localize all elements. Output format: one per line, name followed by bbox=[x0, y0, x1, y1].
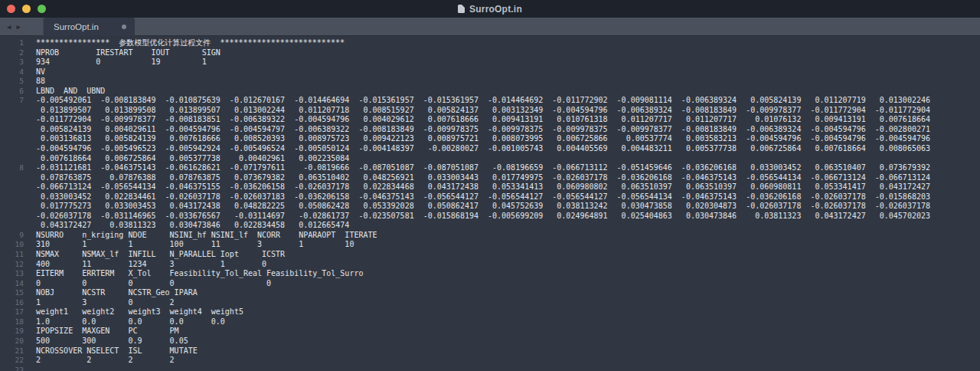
code-text: 1.0 0.0 0.0 0.0 0.0 bbox=[24, 317, 225, 327]
back-icon[interactable]: ◀ bbox=[7, 24, 11, 31]
code-text: 400 11 1234 3 1 0 bbox=[24, 260, 266, 270]
code-text: 0.013899507 0.013899508 0.013899507 0.01… bbox=[24, 106, 930, 116]
code-editor[interactable]: 1**************** 参数模型优化计算过程文件 *********… bbox=[0, 36, 980, 371]
code-line[interactable]: 0.033003452 0.022834461 -0.026037178 -0.… bbox=[0, 192, 980, 202]
line-number bbox=[0, 115, 24, 125]
code-line[interactable]: -0.011772904 -0.009978377 -0.008183851 -… bbox=[0, 115, 980, 125]
line-number bbox=[0, 154, 24, 164]
document-icon bbox=[458, 5, 465, 13]
code-line[interactable]: 19IPOPSIZE MAXGEN PC PM bbox=[0, 327, 980, 337]
code-line[interactable]: -0.004594796 -0.005496523 -0.005942924 -… bbox=[0, 144, 980, 154]
code-line[interactable]: 0.043172427 0.03811323 0.030473846 0.022… bbox=[0, 221, 980, 231]
code-text: NCROSSOVER NSELECT ISL MUTATE bbox=[24, 346, 198, 356]
code-line[interactable]: 222 2 2 2 bbox=[0, 356, 980, 366]
code-line[interactable]: 2NPROB IRESTART IOUT SIGN bbox=[0, 48, 980, 58]
code-text: 0.007618664 0.006725864 0.005377738 0.00… bbox=[24, 154, 349, 164]
line-number: 6 bbox=[0, 87, 24, 97]
line-number bbox=[0, 173, 24, 183]
code-text: 0.033003452 0.022834461 -0.026037178 -0.… bbox=[24, 192, 930, 202]
code-line[interactable]: 20500 300 0.9 0.05 bbox=[0, 337, 980, 346]
tab-surroopt[interactable]: SurroOpt.in bbox=[44, 18, 135, 36]
code-line[interactable]: 4NV bbox=[0, 67, 980, 77]
code-text: 0.078763875 0.07876388 0.078763875 0.073… bbox=[24, 173, 930, 183]
code-line[interactable]: 0.013899507 0.013899508 0.013899507 0.01… bbox=[0, 106, 980, 116]
code-line[interactable]: 8-0.031121681 -0.046375143 -0.061628621 … bbox=[0, 163, 980, 173]
code-line[interactable]: 0.003136813 0.005824139 0.007618666 0.00… bbox=[0, 134, 980, 144]
line-number: 8 bbox=[0, 163, 24, 173]
close-button[interactable] bbox=[7, 5, 15, 13]
modified-indicator-icon bbox=[122, 25, 126, 29]
line-number: 10 bbox=[0, 240, 24, 250]
line-number: 9 bbox=[0, 231, 24, 241]
code-line[interactable]: -0.026037178 -0.031146965 -0.033676567 -… bbox=[0, 212, 980, 222]
code-text bbox=[24, 366, 36, 371]
line-number: 4 bbox=[0, 67, 24, 77]
code-line[interactable]: 12400 11 1234 3 1 0 bbox=[0, 260, 980, 270]
line-number bbox=[0, 134, 24, 144]
code-text: -0.066713124 -0.056544134 -0.046375155 -… bbox=[24, 182, 930, 192]
line-number bbox=[0, 192, 24, 202]
line-number: 14 bbox=[0, 279, 24, 289]
code-text: NSURRO n_kriging NDOE NSINI_hf NSINI_lf … bbox=[24, 231, 377, 241]
code-line[interactable]: 1**************** 参数模型优化计算过程文件 *********… bbox=[0, 38, 980, 48]
line-number: 15 bbox=[0, 288, 24, 298]
code-text: 0.043172427 0.03811323 0.030473846 0.022… bbox=[24, 221, 349, 231]
titlebar: SurroOpt.in bbox=[0, 0, 980, 18]
line-number: 7 bbox=[0, 96, 24, 106]
line-number: 16 bbox=[0, 298, 24, 308]
code-line[interactable]: 0.078763875 0.07876388 0.078763875 0.073… bbox=[0, 173, 980, 183]
code-line[interactable]: 23 bbox=[0, 366, 980, 371]
window-controls bbox=[0, 5, 46, 13]
code-line[interactable]: 6LBND AND UBND bbox=[0, 87, 980, 97]
tab-bar: ◀ ▶ SurroOpt.in bbox=[0, 18, 980, 36]
code-line[interactable]: 7-0.005492061 -0.008183849 -0.010875639 … bbox=[0, 96, 980, 106]
line-number: 22 bbox=[0, 356, 24, 366]
code-text: NPROB IRESTART IOUT SIGN bbox=[24, 48, 220, 58]
code-text: 0.005824139 0.004029611 -0.004594796 -0.… bbox=[24, 125, 930, 135]
code-text: NV bbox=[24, 67, 45, 77]
code-line[interactable]: 0.007618664 0.006725864 0.005377738 0.00… bbox=[0, 154, 980, 164]
line-number: 13 bbox=[0, 269, 24, 279]
tab-nav-controls: ◀ ▶ bbox=[0, 18, 44, 36]
code-line[interactable]: 15NOBJ NCSTR NCSTR_Geo IPARA bbox=[0, 288, 980, 298]
code-line[interactable]: 11NSMAX NSMAX_lf INFILL N_PARALLEL Iopt … bbox=[0, 250, 980, 260]
line-number: 23 bbox=[0, 366, 24, 371]
code-line[interactable]: 9NSURRO n_kriging NDOE NSINI_hf NSINI_lf… bbox=[0, 231, 980, 241]
code-line[interactable]: 0.005824139 0.004029611 -0.004594796 -0.… bbox=[0, 125, 980, 135]
code-line[interactable]: 10310 1 1 100 11 3 1 10 bbox=[0, 240, 980, 250]
line-number: 18 bbox=[0, 317, 24, 327]
code-text: NSMAX NSMAX_lf INFILL N_PARALLEL Iopt IC… bbox=[24, 250, 285, 260]
line-number: 2 bbox=[0, 48, 24, 58]
line-number: 19 bbox=[0, 327, 24, 337]
maximize-button[interactable] bbox=[38, 5, 46, 13]
code-line[interactable]: 0.017775273 0.033003453 0.043172438 0.04… bbox=[0, 202, 980, 212]
line-number bbox=[0, 221, 24, 231]
code-text: 1 3 0 2 bbox=[24, 298, 175, 308]
code-text: 934 0 19 1 bbox=[24, 57, 207, 67]
code-text: 0.017775273 0.033003453 0.043172438 0.04… bbox=[24, 202, 930, 212]
line-number bbox=[0, 125, 24, 135]
code-text: 88 bbox=[24, 77, 45, 87]
code-text: -0.026037178 -0.031146965 -0.033676567 -… bbox=[24, 212, 930, 222]
titlebar-center: SurroOpt.in bbox=[0, 0, 980, 18]
code-line[interactable]: -0.066713124 -0.056544134 -0.046375155 -… bbox=[0, 182, 980, 192]
code-line[interactable]: 21NCROSSOVER NSELECT ISL MUTATE bbox=[0, 346, 980, 356]
code-line[interactable]: 588 bbox=[0, 77, 980, 87]
code-text: -0.031121681 -0.046375143 -0.061628621 -… bbox=[24, 163, 930, 173]
code-text: EITERM ERRTERM X_Tol Feasibility_Tol_Rea… bbox=[24, 269, 363, 279]
code-line[interactable]: 3934 0 19 1 bbox=[0, 57, 980, 67]
code-line[interactable]: 17weight1 weight2 weight3 weight4 weight… bbox=[0, 307, 980, 317]
minimize-button[interactable] bbox=[22, 5, 31, 13]
forward-icon[interactable]: ▶ bbox=[16, 24, 20, 31]
code-line[interactable]: 13EITERM ERRTERM X_Tol Feasibility_Tol_R… bbox=[0, 269, 980, 279]
code-text: 310 1 1 100 11 3 1 10 bbox=[24, 240, 354, 250]
code-line[interactable]: 140 0 0 0 0 bbox=[0, 279, 980, 289]
line-number: 17 bbox=[0, 307, 24, 317]
code-line[interactable]: 161 3 0 2 bbox=[0, 298, 980, 308]
line-number bbox=[0, 182, 24, 192]
code-area: 1**************** 参数模型优化计算过程文件 *********… bbox=[0, 38, 980, 371]
code-line[interactable]: 181.0 0.0 0.0 0.0 0.0 bbox=[0, 317, 980, 327]
line-number: 12 bbox=[0, 260, 24, 270]
code-text: 500 300 0.9 0.05 bbox=[24, 337, 188, 346]
line-number: 5 bbox=[0, 77, 24, 87]
